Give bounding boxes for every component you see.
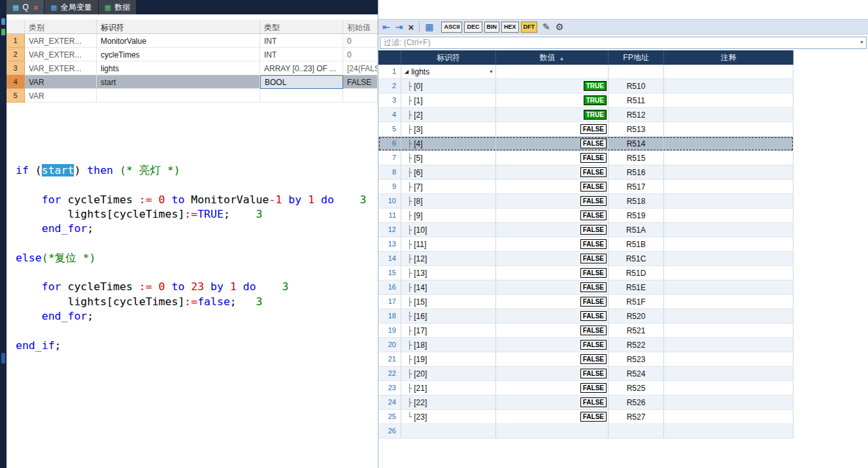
row-number-cell[interactable]: 17 (378, 295, 401, 309)
identifier-cell[interactable]: ├[19] (401, 352, 496, 366)
row-number-cell[interactable]: 8 (378, 165, 401, 179)
dock-panel-icon[interactable] (1, 29, 5, 35)
identifier-cell[interactable]: ├[4] (401, 137, 496, 150)
identifier-cell[interactable]: ├[14] (401, 280, 496, 294)
comment-cell[interactable] (664, 93, 793, 107)
row-number-cell[interactable]: 1 (7, 34, 25, 48)
row-number-cell[interactable]: 20 (378, 338, 401, 352)
identifier-cell[interactable]: ├[1] (401, 93, 496, 107)
identifier-cell[interactable]: ├[8] (401, 194, 496, 208)
identifier-cell[interactable]: start (97, 75, 260, 89)
row-number-cell[interactable]: 10 (378, 194, 401, 208)
identifier-cell[interactable]: ├[18] (401, 338, 496, 352)
watch-row[interactable]: 11├[9]FALSER519 (378, 209, 793, 223)
identifier-cell[interactable] (401, 424, 496, 438)
initial-value-cell[interactable]: 0 (343, 34, 378, 48)
insert-row-before-icon[interactable]: ⇤ (382, 22, 390, 31)
dock-panel-icon[interactable] (1, 353, 5, 363)
header-category[interactable]: 类别 (25, 20, 97, 34)
comment-cell[interactable] (664, 352, 793, 366)
comment-cell[interactable] (664, 209, 793, 222)
value-cell[interactable]: FALSE (496, 410, 609, 424)
comment-cell[interactable] (664, 367, 793, 380)
comment-cell[interactable] (664, 424, 793, 438)
settings-gear-icon[interactable]: ⚙ (556, 22, 564, 31)
comment-cell[interactable] (664, 338, 793, 352)
identifier-cell[interactable]: lights (97, 61, 260, 75)
value-cell[interactable]: FALSE (496, 395, 609, 409)
edit-pencil-icon[interactable]: ✎ (542, 22, 550, 31)
st-code-editor[interactable]: if (start) then (* 亮灯 *) for cycleTimes … (7, 157, 378, 468)
dock-panel-icon[interactable] (1, 18, 5, 25)
comment-cell[interactable] (664, 165, 793, 179)
comment-cell[interactable] (664, 194, 793, 208)
watch-row[interactable]: 22├[20]FALSER524 (378, 367, 793, 381)
comment-cell[interactable] (664, 151, 793, 165)
value-cell[interactable]: FALSE (496, 223, 609, 237)
header-comment[interactable]: 注释 (664, 50, 793, 65)
row-number-cell[interactable]: 4 (7, 75, 25, 89)
tab-data[interactable]: ▦ 数据 (99, 0, 137, 14)
row-number-cell[interactable]: 3 (378, 93, 401, 107)
value-cell[interactable]: TRUE (496, 108, 609, 122)
watch-row[interactable]: 10├[8]FALSER518 (378, 194, 793, 209)
watch-row[interactable]: 17├[15]FALSER51F (378, 295, 793, 309)
value-cell[interactable] (496, 65, 609, 78)
value-cell[interactable]: FALSE (496, 165, 609, 179)
identifier-cell[interactable]: ├[3] (401, 122, 496, 136)
value-cell[interactable]: FALSE (496, 252, 609, 265)
watch-row[interactable]: 6├[4]FALSER514 (378, 137, 793, 151)
row-number-cell[interactable]: 22 (378, 367, 401, 380)
row-number-cell[interactable]: 18 (378, 309, 401, 323)
header-fp-address[interactable]: FP地址 (609, 50, 664, 65)
comment-cell[interactable] (664, 137, 793, 150)
identifier-cell[interactable]: MonitorValue (97, 34, 260, 48)
header-identifier[interactable]: 标识符 (401, 50, 496, 65)
initial-value-cell[interactable]: FALSE (343, 75, 378, 89)
filter-input[interactable] (380, 37, 867, 49)
value-cell[interactable]: FALSE (496, 180, 609, 193)
watch-row[interactable]: 1◢lights▼ (378, 65, 793, 79)
initial-value-cell[interactable]: 0 (343, 48, 378, 61)
value-cell[interactable]: FALSE (496, 280, 609, 294)
header-initial-value[interactable]: 初始值 (343, 20, 378, 34)
row-number-cell[interactable]: 9 (378, 180, 401, 193)
comment-cell[interactable] (664, 280, 793, 294)
expand-triangle-icon[interactable]: ◢ (405, 69, 409, 75)
identifier-cell[interactable]: ├[2] (401, 108, 496, 122)
type-cell[interactable]: ARRAY [0..23] OF ... (260, 61, 343, 75)
watch-row[interactable]: 14├[12]FALSER51C (378, 252, 793, 266)
watch-row[interactable]: 21├[19]FALSER523 (378, 352, 793, 367)
row-number-cell[interactable]: 5 (7, 89, 25, 103)
row-number-cell[interactable]: 25 (378, 410, 401, 424)
identifier-cell[interactable]: └[23] (401, 410, 496, 424)
watch-row[interactable]: 4├[2]TRUER512 (378, 108, 793, 122)
watch-row[interactable]: 25└[23]FALSER527 (378, 410, 793, 424)
watch-row[interactable]: 3├[1]TRUER511 (378, 93, 793, 108)
watch-row[interactable]: 19├[17]FALSER521 (378, 324, 793, 338)
identifier-cell[interactable]: ├[12] (401, 252, 496, 265)
type-cell[interactable]: BOOL (260, 75, 343, 89)
identifier-cell[interactable]: ├[0] (401, 79, 496, 93)
variable-row[interactable]: 5VAR (7, 89, 378, 103)
identifier-cell[interactable]: ├[22] (401, 395, 496, 409)
watch-row[interactable]: 23├[21]FALSER525 (378, 381, 793, 395)
comment-cell[interactable] (664, 324, 793, 337)
identifier-cell[interactable]: ├[7] (401, 180, 496, 193)
row-number-cell[interactable]: 2 (7, 48, 25, 61)
identifier-cell[interactable]: ├[21] (401, 381, 496, 395)
row-number-cell[interactable]: 6 (378, 137, 401, 150)
comment-cell[interactable] (664, 79, 793, 93)
identifier-cell[interactable]: ├[16] (401, 309, 496, 323)
tab-global-variables[interactable]: ▦ 全局变量 (44, 0, 98, 14)
variable-row[interactable]: 4VARstartBOOLFALSE (7, 75, 378, 89)
row-number-cell[interactable]: 15 (378, 266, 401, 280)
identifier-cell[interactable]: ├[6] (401, 165, 496, 179)
comment-cell[interactable] (664, 295, 793, 309)
watch-row[interactable]: 16├[14]FALSER51E (378, 280, 793, 295)
value-cell[interactable]: FALSE (496, 367, 609, 380)
identifier-cell[interactable]: ├[20] (401, 367, 496, 380)
initial-value-cell[interactable]: [24(FALS (343, 61, 378, 75)
variable-row[interactable]: 3VAR_EXTER...lightsARRAY [0..23] OF ...[… (7, 61, 378, 75)
comment-cell[interactable] (664, 108, 793, 122)
